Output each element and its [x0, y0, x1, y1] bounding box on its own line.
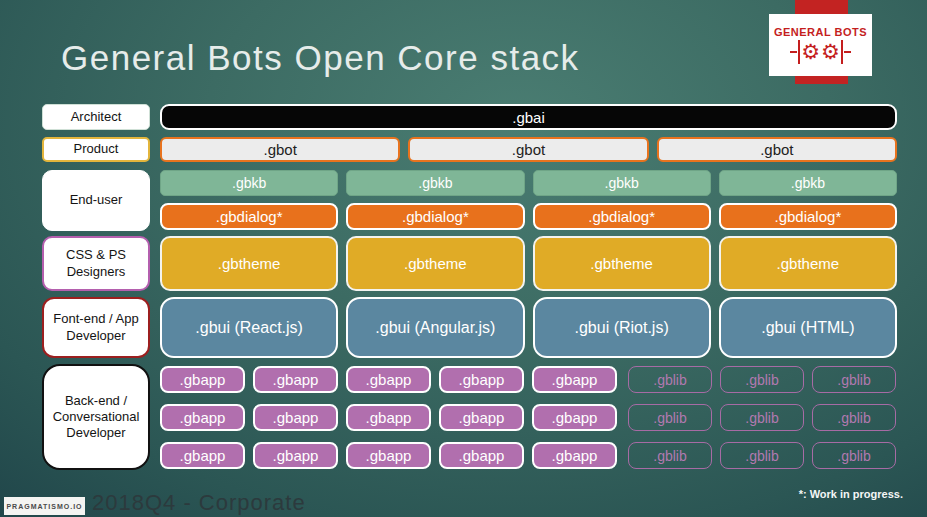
- stack-box-gbtheme: .gbtheme: [533, 236, 711, 291]
- stack-box-gblib: .gblib: [812, 366, 896, 393]
- role-label-backend-conversational-developer: Back-end / Conversational Developer: [42, 364, 150, 470]
- stack-box-gbkb: .gbkb: [346, 170, 524, 196]
- role-label-css-ps-designers: CSS & PS Designers: [42, 236, 150, 291]
- stack-box-gbapp: .gbapp: [253, 366, 338, 393]
- stack-box-gbtheme: .gbtheme: [346, 236, 524, 291]
- stack-box-gblib: .gblib: [628, 442, 712, 469]
- stack-box-gblib: .gblib: [628, 366, 712, 393]
- stack-box-gbapp: .gbapp: [346, 366, 431, 393]
- stack-box-gbapp: .gbapp: [160, 366, 245, 393]
- row-gbai: .gbai: [160, 104, 897, 130]
- stack-box-gbdialog: .gbdialog*: [719, 203, 897, 230]
- stack-box-gblib: .gblib: [812, 442, 896, 469]
- footer-edition-text: 2018Q4 - Corporate: [92, 490, 306, 516]
- stack-box-gbapp: .gbapp: [439, 366, 524, 393]
- gear-icon: ⚙: [801, 42, 820, 63]
- general-bots-logo: GENERAL BOTS ⚙ ⚙: [769, 14, 872, 76]
- stack-box-gbui-html: .gbui (HTML): [719, 297, 897, 358]
- stack-box-gbapp: .gbapp: [346, 404, 431, 431]
- row-gbapp-2: .gbapp .gbapp .gbapp .gbapp .gbapp .gbli…: [160, 404, 897, 431]
- stack-box-gblib: .gblib: [720, 404, 804, 431]
- stack-box-gbot: .gbot: [657, 137, 897, 162]
- stack-box-gbdialog: .gbdialog*: [533, 203, 711, 230]
- row-gbui: .gbui (React.js) .gbui (Angular.js) .gbu…: [160, 297, 897, 358]
- role-label-frontend-app-developer: Font-end / App Developer: [42, 297, 150, 358]
- stack-box-gblib: .gblib: [720, 442, 804, 469]
- work-in-progress-note: *: Work in progress.: [799, 488, 903, 500]
- row-gbdialog: .gbdialog* .gbdialog* .gbdialog* .gbdial…: [160, 203, 897, 230]
- row-gbkb: .gbkb .gbkb .gbkb .gbkb: [160, 170, 897, 196]
- stack-box-gbapp: .gbapp: [439, 442, 524, 469]
- stack-box-gbapp: .gbapp: [532, 404, 617, 431]
- stack-box-gbapp: .gbapp: [532, 442, 617, 469]
- gear-icon: ⚙: [821, 42, 840, 63]
- page-title: General Bots Open Core stack: [61, 38, 580, 78]
- stack-box-gbai: .gbai: [160, 104, 897, 130]
- stack-box-gbtheme: .gbtheme: [719, 236, 897, 291]
- stack-box-gbapp: .gbapp: [346, 442, 431, 469]
- gear-vbar-left: [798, 40, 800, 64]
- slide-canvas: General Bots Open Core stack GENERAL BOT…: [0, 0, 927, 517]
- gears-icon: ⚙ ⚙: [790, 40, 851, 64]
- stack-box-gbapp: .gbapp: [160, 442, 245, 469]
- role-label-product: Product: [42, 137, 150, 162]
- stack-box-gbkb: .gbkb: [719, 170, 897, 196]
- gear-hline-right: [844, 51, 851, 53]
- stack-box-gbapp: .gbapp: [160, 404, 245, 431]
- stack-box-gbot: .gbot: [408, 137, 648, 162]
- pragmatismo-logo: PRAGMATISMO.IO: [4, 497, 85, 515]
- row-gbtheme: .gbtheme .gbtheme .gbtheme .gbtheme: [160, 236, 897, 291]
- row-gbot: .gbot .gbot .gbot: [160, 137, 897, 162]
- stack-box-gbapp: .gbapp: [532, 366, 617, 393]
- logo-brand-text: GENERAL BOTS: [774, 26, 867, 38]
- stack-box-gbui-react: .gbui (React.js): [160, 297, 338, 358]
- stack-box-gbdialog: .gbdialog*: [160, 203, 338, 230]
- gear-hline-left: [790, 51, 797, 53]
- row-gbapp-1: .gbapp .gbapp .gbapp .gbapp .gbapp .gbli…: [160, 366, 897, 393]
- stack-box-gbtheme: .gbtheme: [160, 236, 338, 291]
- stack-box-gblib: .gblib: [628, 404, 712, 431]
- row-gbapp-3: .gbapp .gbapp .gbapp .gbapp .gbapp .gbli…: [160, 442, 897, 469]
- stack-box-gbkb: .gbkb: [533, 170, 711, 196]
- stack-box-gbapp: .gbapp: [253, 442, 338, 469]
- stack-box-gblib: .gblib: [812, 404, 896, 431]
- role-label-architect: Architect: [42, 104, 150, 130]
- stack-box-gbui-angular: .gbui (Angular.js): [346, 297, 524, 358]
- stack-box-gbapp: .gbapp: [253, 404, 338, 431]
- gear-vbar-right: [841, 40, 843, 64]
- role-label-end-user: End-user: [42, 170, 150, 231]
- stack-box-gbot: .gbot: [160, 137, 400, 162]
- stack-box-gbui-riot: .gbui (Riot.js): [533, 297, 711, 358]
- stack-box-gbapp: .gbapp: [439, 404, 524, 431]
- stack-box-gblib: .gblib: [720, 366, 804, 393]
- pragmatismo-logo-text: PRAGMATISMO.IO: [6, 503, 82, 510]
- stack-box-gbdialog: .gbdialog*: [346, 203, 524, 230]
- stack-box-gbkb: .gbkb: [160, 170, 338, 196]
